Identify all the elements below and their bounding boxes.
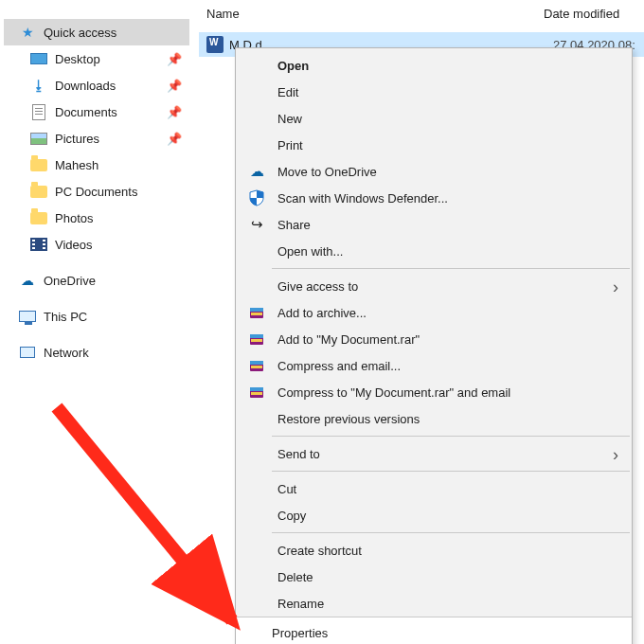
document-icon — [32, 104, 45, 120]
folder-icon — [30, 212, 47, 224]
sidebar-item-onedrive[interactable]: ☁ OneDrive — [4, 267, 189, 294]
svg-rect-2 — [251, 313, 262, 315]
sidebar-item-label: Videos — [55, 238, 93, 252]
sidebar-item-pictures[interactable]: Pictures 📌 — [4, 125, 189, 152]
sidebar-item-label: PC Documents — [55, 185, 137, 199]
svg-rect-4 — [250, 334, 263, 338]
svg-rect-11 — [251, 392, 262, 395]
pc-icon — [19, 311, 36, 322]
menu-rename[interactable]: Rename — [236, 590, 632, 617]
folder-icon — [30, 159, 47, 171]
sidebar-item-network[interactable]: Network — [4, 339, 189, 366]
menu-label: Give access to — [277, 279, 358, 294]
sidebar-item-desktop[interactable]: Desktop 📌 — [4, 45, 189, 72]
menu-edit[interactable]: Edit — [236, 79, 632, 105]
desktop-icon — [30, 53, 47, 64]
menu-open-with[interactable]: Open with... — [236, 238, 632, 264]
menu-add-rar[interactable]: Add to "My Document.rar" — [236, 326, 632, 352]
column-header-name[interactable]: Name — [199, 7, 540, 21]
sidebar-item-label: Mahesh — [55, 158, 98, 172]
sidebar-item-photos[interactable]: Photos — [4, 205, 189, 231]
svg-rect-7 — [250, 361, 263, 365]
sidebar-item-downloads[interactable]: ⭳ Downloads 📌 — [4, 72, 189, 98]
column-header-date[interactable]: Date modified — [540, 7, 644, 21]
pin-icon: 📌 — [167, 79, 182, 93]
context-menu: Open Edit New Print ☁ Move to OneDrive S… — [235, 47, 633, 644]
pin-icon: 📌 — [167, 105, 182, 119]
menu-move-onedrive[interactable]: ☁ Move to OneDrive — [236, 158, 632, 185]
svg-rect-1 — [250, 308, 263, 312]
chevron-right-icon: › — [613, 445, 618, 465]
menu-label: Scan with Windows Defender... — [277, 191, 448, 206]
menu-label: Add to archive... — [277, 306, 367, 320]
svg-line-12 — [57, 407, 232, 620]
menu-print[interactable]: Print — [236, 132, 632, 158]
sidebar-item-label: This PC — [44, 310, 87, 324]
menu-separator — [272, 471, 630, 472]
menu-new[interactable]: New — [236, 105, 632, 132]
pin-icon: 📌 — [167, 132, 182, 146]
winrar-icon — [247, 356, 266, 375]
menu-label: Share — [277, 218, 311, 232]
sidebar-item-this-pc[interactable]: This PC — [4, 303, 189, 330]
sidebar-item-label: OneDrive — [44, 274, 96, 288]
menu-label: Move to OneDrive — [277, 165, 377, 179]
word-doc-icon — [206, 36, 224, 53]
menu-copy[interactable]: Copy — [236, 502, 632, 528]
menu-separator — [272, 532, 630, 533]
network-icon — [20, 347, 35, 358]
sidebar-item-label: Documents — [55, 105, 117, 119]
download-icon: ⭳ — [30, 77, 47, 94]
sidebar-item-label: Downloads — [55, 79, 116, 93]
menu-open[interactable]: Open — [236, 52, 632, 79]
sidebar-item-label: Network — [44, 346, 89, 360]
menu-separator — [272, 436, 630, 437]
menu-defender-scan[interactable]: Scan with Windows Defender... — [236, 185, 632, 211]
menu-label: Compress to "My Document.rar" and email — [277, 385, 510, 400]
menu-delete[interactable]: Delete — [236, 564, 632, 590]
menu-label: Send to — [277, 447, 320, 461]
menu-give-access[interactable]: Give access to › — [236, 273, 632, 299]
video-icon — [30, 238, 47, 251]
sidebar-item-documents[interactable]: Documents 📌 — [4, 98, 189, 125]
winrar-icon — [247, 383, 266, 402]
menu-label: Compress and email... — [277, 359, 401, 373]
menu-send-to[interactable]: Send to › — [236, 440, 632, 467]
share-icon: ↪ — [247, 215, 266, 234]
sidebar-item-videos[interactable]: Videos — [4, 231, 189, 258]
menu-separator — [272, 268, 630, 269]
sidebar-item-label: Photos — [55, 211, 93, 225]
navigation-tree: ★ Quick access Desktop 📌 ⭳ Downloads 📌 D… — [4, 19, 189, 366]
sidebar-item-mahesh[interactable]: Mahesh — [4, 152, 189, 178]
svg-rect-10 — [250, 387, 263, 391]
svg-rect-8 — [251, 366, 262, 368]
winrar-icon — [247, 303, 266, 322]
sidebar-item-label: Quick access — [44, 26, 116, 40]
pin-icon: 📌 — [167, 52, 182, 66]
sidebar-item-label: Pictures — [55, 132, 99, 146]
sidebar-item-label: Desktop — [55, 52, 100, 66]
menu-properties[interactable]: Properties — [236, 617, 632, 644]
winrar-icon — [247, 330, 266, 349]
onedrive-icon: ☁ — [19, 272, 36, 289]
menu-share[interactable]: ↪ Share — [236, 211, 632, 238]
menu-label: Add to "My Document.rar" — [277, 332, 420, 347]
menu-compress-rar-email[interactable]: Compress to "My Document.rar" and email — [236, 379, 632, 405]
sidebar-item-quick-access[interactable]: ★ Quick access — [4, 19, 189, 45]
menu-restore-versions[interactable]: Restore previous versions — [236, 405, 632, 432]
pictures-icon — [30, 133, 47, 145]
star-icon: ★ — [19, 24, 36, 41]
menu-add-archive[interactable]: Add to archive... — [236, 299, 632, 326]
menu-create-shortcut[interactable]: Create shortcut — [236, 537, 632, 564]
menu-cut[interactable]: Cut — [236, 475, 632, 502]
shield-icon — [247, 188, 266, 207]
folder-icon — [30, 186, 47, 198]
onedrive-icon: ☁ — [247, 162, 266, 181]
menu-compress-email[interactable]: Compress and email... — [236, 352, 632, 379]
sidebar-item-pc-documents[interactable]: PC Documents — [4, 178, 189, 205]
chevron-right-icon: › — [613, 277, 618, 297]
svg-rect-5 — [251, 339, 262, 342]
